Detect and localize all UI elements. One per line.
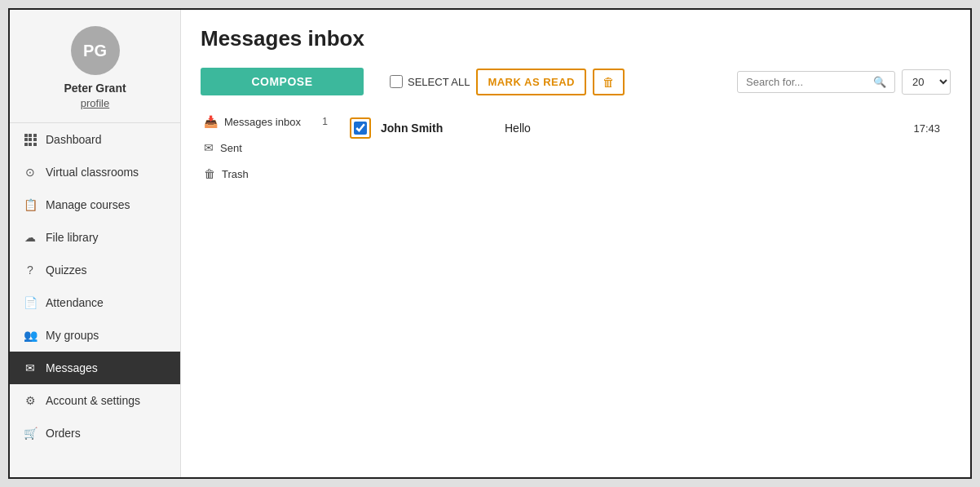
doc-icon: 📄 <box>23 295 38 310</box>
sidebar-item-virtual-classrooms[interactable]: ⊙ Virtual classrooms <box>10 156 180 188</box>
sidebar: PG Peter Grant profile Dashboard ⊙ Virtu… <box>10 10 181 477</box>
sidebar-item-account-settings[interactable]: ⚙ Account & settings <box>10 384 180 417</box>
cart-icon: 🛒 <box>23 426 38 441</box>
main-content: Messages inbox COMPOSE SELECT ALL MARK A… <box>181 10 970 477</box>
grid-icon <box>23 132 38 147</box>
content-area: 📥 Messages inbox 1 ✉ Sent 🗑 Trash <box>201 108 951 461</box>
book-icon: 📋 <box>23 197 38 212</box>
message-checkbox-wrap <box>350 117 371 139</box>
profile-name: Peter Grant <box>64 82 126 95</box>
messages-sidebar-trash[interactable]: 🗑 Trash <box>201 161 331 187</box>
envelope-icon: ✉ <box>23 361 38 375</box>
sidebar-item-quizzes[interactable]: ? Quizzes <box>10 254 180 286</box>
sidebar-item-messages[interactable]: ✉ Messages <box>10 352 180 384</box>
app-window: PG Peter Grant profile Dashboard ⊙ Virtu… <box>8 8 972 479</box>
sidebar-item-manage-courses[interactable]: 📋 Manage courses <box>10 188 180 221</box>
sidebar-profile: PG Peter Grant profile <box>10 10 180 123</box>
profile-link[interactable]: profile <box>81 97 109 109</box>
search-box: 🔍 <box>737 71 895 93</box>
select-all-checkbox[interactable] <box>390 75 403 88</box>
inbox-count: 1 <box>322 116 328 127</box>
search-input[interactable] <box>746 76 868 88</box>
cloud-icon: ☁ <box>23 230 38 245</box>
page-title: Messages inbox <box>201 26 951 51</box>
trash-folder-icon: 🗑 <box>204 167 215 180</box>
message-sender: John Smith <box>381 122 495 135</box>
mark-as-read-button[interactable]: MARK AS READ <box>476 69 586 95</box>
compose-button[interactable]: COMPOSE <box>201 68 364 95</box>
sidebar-nav: Dashboard ⊙ Virtual classrooms 📋 Manage … <box>10 123 180 477</box>
toolbar: COMPOSE SELECT ALL MARK AS READ 🗑 🔍 10 2… <box>201 68 951 95</box>
messages-sidebar: 📥 Messages inbox 1 ✉ Sent 🗑 Trash <box>201 108 339 461</box>
sent-icon: ✉ <box>204 141 214 154</box>
messages-sidebar-sent[interactable]: ✉ Sent <box>201 135 331 161</box>
avatar: PG <box>71 26 120 75</box>
table-row[interactable]: John Smith Hello 17:43 <box>339 108 951 148</box>
search-icon: 🔍 <box>873 76 886 88</box>
delete-button[interactable]: 🗑 <box>593 69 625 95</box>
circle-play-icon: ⊙ <box>23 165 38 179</box>
trash-icon: 🗑 <box>603 75 615 89</box>
sidebar-item-file-library[interactable]: ☁ File library <box>10 221 180 254</box>
question-icon: ? <box>23 263 38 277</box>
select-all-text: SELECT ALL <box>408 76 470 88</box>
select-all-label[interactable]: SELECT ALL <box>390 75 470 88</box>
per-page-select[interactable]: 10 20 50 100 <box>902 69 951 95</box>
message-time: 17:43 <box>913 122 940 135</box>
gear-icon: ⚙ <box>23 393 38 408</box>
inbox-icon: 📥 <box>204 115 218 128</box>
users-icon: 👥 <box>23 328 38 343</box>
messages-sidebar-inbox[interactable]: 📥 Messages inbox 1 <box>201 108 331 135</box>
messages-list: John Smith Hello 17:43 <box>339 108 951 461</box>
sidebar-item-my-groups[interactable]: 👥 My groups <box>10 319 180 352</box>
sidebar-item-attendance[interactable]: 📄 Attendance <box>10 286 180 319</box>
sidebar-item-orders[interactable]: 🛒 Orders <box>10 417 180 449</box>
message-checkbox[interactable] <box>354 122 367 135</box>
sidebar-item-dashboard[interactable]: Dashboard <box>10 123 180 156</box>
message-subject: Hello <box>505 122 903 135</box>
